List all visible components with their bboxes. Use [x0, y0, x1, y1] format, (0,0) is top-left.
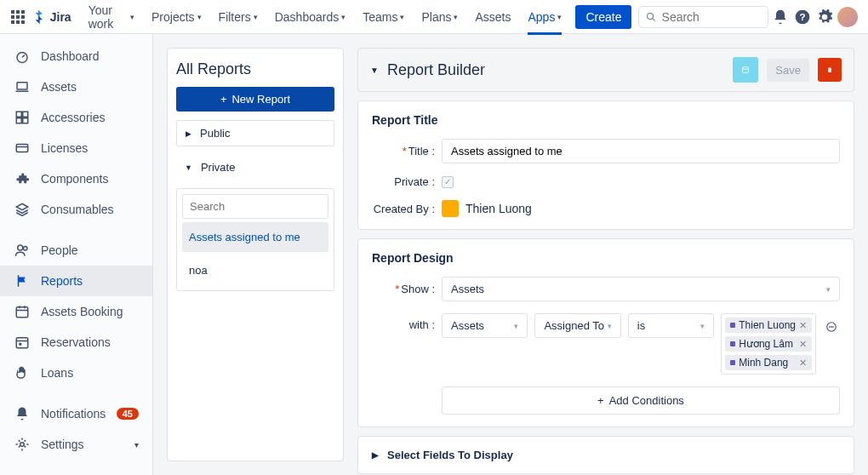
svg-line-14 — [22, 55, 25, 58]
nav-teams[interactable]: Teams▾ — [356, 5, 411, 29]
svg-rect-2 — [21, 10, 25, 14]
nav-your-work[interactable]: Your work▾ — [82, 0, 141, 36]
section-title: Report Design — [372, 251, 840, 265]
svg-rect-25 — [16, 307, 28, 318]
svg-rect-1 — [16, 10, 20, 14]
calendar-icon — [14, 303, 31, 320]
sidebar-item-loans[interactable]: Loans — [0, 358, 152, 388]
title-input[interactable] — [442, 139, 840, 163]
sidebar-item-settings[interactable]: Settings▾ — [0, 429, 152, 460]
sidebar-item-assets-booking[interactable]: Assets Booking — [0, 296, 152, 327]
report-item[interactable]: noa — [182, 255, 328, 285]
nav-apps[interactable]: Apps▾ — [521, 5, 568, 29]
condition-operator-select[interactable]: is▾ — [628, 313, 714, 338]
condition-values[interactable]: Thien Luong✕Hương Lâm✕Minh Dang✕ — [721, 313, 816, 375]
new-report-button[interactable]: + New Report — [176, 87, 334, 112]
report-search-input[interactable] — [182, 194, 328, 219]
plus-icon: + — [597, 394, 604, 407]
bell-icon — [14, 405, 31, 422]
user-dot-icon — [730, 341, 735, 346]
condition-entity-select[interactable]: Assets▾ — [442, 313, 528, 338]
sidebar-item-label: Components — [41, 172, 108, 186]
nav-dashboards[interactable]: Dashboards▾ — [268, 5, 353, 29]
sidebar-item-reservations[interactable]: Reservations — [0, 327, 152, 358]
svg-rect-31 — [19, 343, 21, 346]
help-icon[interactable]: ? — [793, 5, 812, 29]
sidebar-item-people[interactable]: People — [0, 235, 152, 266]
svg-rect-15 — [17, 83, 27, 89]
remove-condition-button[interactable] — [823, 318, 840, 335]
nav-projects[interactable]: Projects▾ — [145, 5, 208, 29]
private-checkbox[interactable]: ✓ — [442, 176, 454, 188]
select-fields-section[interactable]: ▶ Select Fields To Display — [357, 436, 854, 474]
save-button[interactable]: Save — [767, 59, 809, 82]
badge: 45 — [117, 408, 139, 420]
sidebar-item-consumables[interactable]: Consumables — [0, 194, 152, 225]
delete-button[interactable] — [818, 58, 842, 82]
calendar2-icon — [14, 334, 31, 351]
report-builder-panel: ▼ Report Builder Save Report Title *Titl… — [357, 48, 854, 461]
remove-tag-button[interactable]: ✕ — [799, 358, 807, 369]
add-conditions-button[interactable]: + Add Conditions — [442, 386, 840, 415]
with-label: with : — [372, 313, 442, 331]
report-item[interactable]: Assets assigned to me — [182, 222, 328, 252]
all-reports-panel: All Reports + New Report ▶ Public ▼ Priv… — [167, 48, 344, 461]
svg-rect-4 — [16, 15, 20, 19]
chevron-down-icon[interactable]: ▼ — [370, 66, 379, 75]
create-button[interactable]: Create — [575, 5, 631, 29]
sidebar-item-reports[interactable]: Reports — [0, 266, 152, 296]
nav-plans[interactable]: Plans▾ — [414, 5, 465, 29]
show-select[interactable]: Assets▾ — [442, 277, 840, 301]
sidebar-item-licenses[interactable]: Licenses — [0, 133, 152, 163]
chevron-down-icon: ▾ — [197, 13, 202, 21]
remove-tag-button[interactable]: ✕ — [799, 339, 807, 350]
search-input[interactable] — [662, 10, 761, 24]
gear-icon — [14, 436, 31, 453]
svg-text:?: ? — [800, 11, 806, 22]
sidebar-item-label: Dashboard — [41, 49, 100, 63]
user-dot-icon — [730, 323, 735, 328]
user-tag: Minh Dang✕ — [725, 355, 812, 370]
search-icon — [646, 11, 656, 23]
folder-private[interactable]: ▼ Private — [176, 155, 334, 180]
sidebar-item-assets[interactable]: Assets — [0, 72, 152, 102]
sidebar-item-label: People — [41, 243, 78, 257]
hand-icon — [14, 364, 31, 381]
global-search[interactable] — [638, 6, 768, 28]
top-nav: Jira Your work▾Projects▾Filters▾Dashboar… — [0, 0, 868, 34]
sidebar-item-label: Reservations — [41, 335, 111, 349]
svg-point-9 — [648, 13, 654, 19]
avatar[interactable] — [837, 5, 858, 29]
sidebar-item-components[interactable]: Components — [0, 163, 152, 194]
report-title-section: Report Title *Title : Private : ✓ Create… — [357, 100, 854, 230]
svg-rect-29 — [16, 338, 28, 348]
svg-rect-17 — [16, 112, 21, 117]
sidebar-item-dashboard[interactable]: Dashboard — [0, 41, 152, 72]
remove-tag-button[interactable]: ✕ — [799, 320, 807, 331]
chevron-right-icon: ▶ — [372, 450, 379, 460]
jira-logo[interactable]: Jira — [30, 9, 71, 26]
app-switcher-icon[interactable] — [10, 7, 26, 27]
svg-rect-8 — [21, 20, 25, 24]
svg-rect-3 — [11, 15, 14, 19]
svg-rect-35 — [743, 67, 749, 73]
notifications-icon[interactable] — [772, 5, 791, 29]
license-icon — [14, 140, 31, 157]
preview-button[interactable] — [733, 57, 758, 83]
sidebar-item-help[interactable]: ?Help▾ — [0, 470, 152, 475]
settings-icon[interactable] — [815, 5, 834, 29]
folder-public[interactable]: ▶ Public — [176, 120, 334, 146]
chevron-down-icon: ▾ — [557, 13, 562, 21]
svg-rect-21 — [16, 145, 28, 152]
chevron-right-icon: ▶ — [186, 129, 191, 138]
nav-filters[interactable]: Filters▾ — [212, 5, 265, 29]
nav-assets[interactable]: Assets — [468, 5, 517, 29]
title-label: *Title : — [372, 145, 442, 157]
sidebar-item-accessories[interactable]: Accessories — [0, 102, 152, 133]
sidebar-item-label: Assets — [41, 80, 77, 94]
content-area: All Reports + New Report ▶ Public ▼ Priv… — [153, 34, 868, 475]
sidebar-item-notifications[interactable]: Notifications45 — [0, 398, 152, 429]
condition-field-select[interactable]: Assigned To▾ — [534, 313, 620, 338]
section-title: Report Title — [372, 113, 840, 127]
all-reports-title: All Reports — [176, 60, 334, 78]
